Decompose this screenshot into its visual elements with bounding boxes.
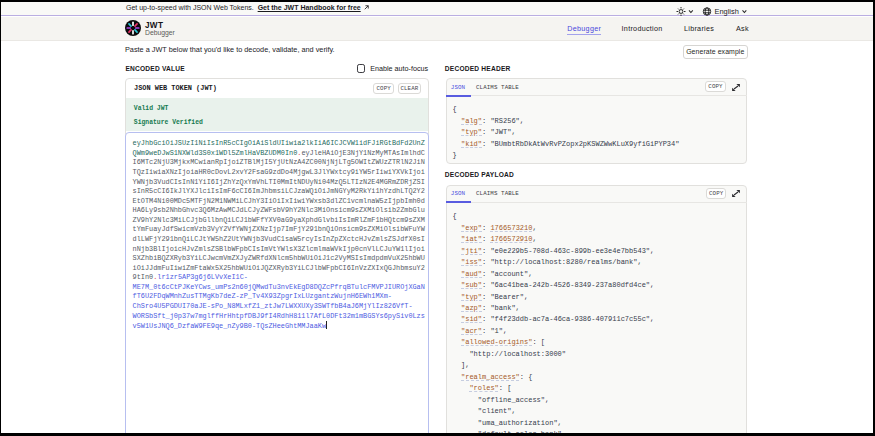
svg-text:English: English bbox=[715, 7, 739, 16]
